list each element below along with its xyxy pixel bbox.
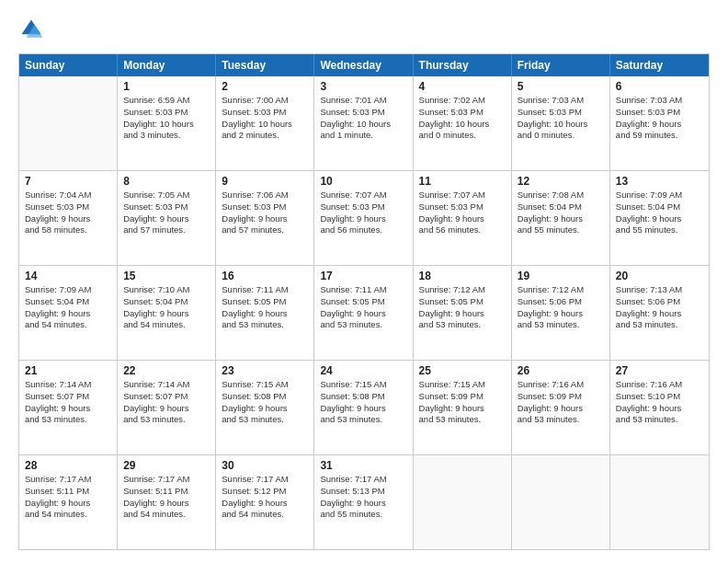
cell-info-line: Sunrise: 7:06 AM	[222, 190, 308, 201]
cell-info-line: and 53 minutes.	[222, 414, 308, 426]
cell-info-line: Sunrise: 7:12 AM	[419, 284, 506, 296]
cell-info-line: Daylight: 10 hours	[419, 119, 506, 131]
cell-info-line: Sunrise: 7:13 AM	[616, 284, 703, 296]
cell-info-line: Sunset: 5:11 PM	[123, 486, 210, 498]
calendar-cell: 8Sunrise: 7:05 AMSunset: 5:03 PMDaylight…	[118, 171, 216, 265]
cell-info-line: Daylight: 9 hours	[25, 498, 111, 510]
cell-info-line: Daylight: 9 hours	[419, 403, 506, 415]
day-number: 16	[222, 270, 308, 282]
calendar-cell: 27Sunrise: 7:16 AMSunset: 5:10 PMDayligh…	[610, 361, 709, 454]
day-number: 14	[25, 270, 111, 282]
cell-info-line: Daylight: 9 hours	[25, 403, 111, 415]
calendar-cell: 10Sunrise: 7:07 AMSunset: 5:03 PMDayligh…	[314, 171, 413, 265]
cell-info-line: Sunset: 5:03 PM	[419, 107, 506, 119]
day-number: 31	[320, 459, 406, 472]
cell-info-line: and 53 minutes.	[616, 319, 703, 331]
cell-info-line: Sunrise: 7:12 AM	[518, 284, 604, 296]
cell-info-line: Sunset: 5:03 PM	[616, 107, 703, 119]
calendar-cell: 26Sunrise: 7:16 AMSunset: 5:09 PMDayligh…	[512, 361, 610, 454]
calendar-cell: 11Sunrise: 7:07 AMSunset: 5:03 PMDayligh…	[414, 171, 512, 265]
cell-info-line: and 53 minutes.	[25, 414, 111, 426]
cell-info-line: and 0 minutes.	[518, 130, 604, 142]
cell-info-line: Sunset: 5:11 PM	[25, 486, 111, 498]
cell-info-line: and 55 minutes.	[518, 224, 604, 236]
cell-info-line: Sunrise: 7:16 AM	[616, 379, 703, 391]
cell-info-line: Sunset: 5:09 PM	[518, 391, 604, 403]
cell-info-line: and 53 minutes.	[518, 414, 604, 426]
cell-info-line: Sunrise: 7:03 AM	[616, 95, 703, 107]
calendar-cell: 19Sunrise: 7:12 AMSunset: 5:06 PMDayligh…	[512, 266, 610, 360]
weekday-header: Friday	[512, 54, 610, 76]
cell-info-line: Sunset: 5:12 PM	[222, 486, 308, 498]
cell-info-line: and 54 minutes.	[222, 509, 308, 521]
cell-info-line: Sunset: 5:03 PM	[518, 107, 604, 119]
day-number: 29	[123, 459, 210, 472]
day-number: 17	[320, 270, 406, 282]
cell-info-line: Daylight: 9 hours	[518, 308, 604, 320]
cell-info-line: Daylight: 9 hours	[320, 213, 406, 225]
cell-info-line: Sunset: 5:08 PM	[222, 391, 308, 403]
cell-info-line: Sunrise: 7:09 AM	[25, 284, 111, 296]
calendar-cell: 3Sunrise: 7:01 AMSunset: 5:03 PMDaylight…	[314, 76, 413, 170]
cell-info-line: and 58 minutes.	[25, 224, 111, 236]
cell-info-line: Daylight: 9 hours	[419, 308, 506, 320]
cell-info-line: Sunrise: 7:04 AM	[25, 190, 111, 201]
logo	[18, 17, 48, 42]
day-number: 22	[123, 364, 210, 377]
calendar-cell: 16Sunrise: 7:11 AMSunset: 5:05 PMDayligh…	[216, 266, 314, 360]
calendar-cell: 14Sunrise: 7:09 AMSunset: 5:04 PMDayligh…	[19, 266, 118, 360]
cell-info-line: and 55 minutes.	[616, 224, 703, 236]
cell-info-line: Daylight: 9 hours	[222, 308, 308, 320]
cell-info-line: Daylight: 9 hours	[518, 213, 604, 225]
day-number: 8	[123, 175, 210, 188]
calendar-cell: 2Sunrise: 7:00 AMSunset: 5:03 PMDaylight…	[216, 76, 314, 170]
day-number: 12	[518, 175, 604, 188]
cell-info-line: Sunrise: 7:07 AM	[320, 190, 406, 201]
cell-info-line: Sunset: 5:03 PM	[123, 201, 210, 213]
cell-info-line: Sunrise: 7:09 AM	[616, 190, 703, 201]
cell-info-line: Daylight: 9 hours	[616, 119, 703, 131]
calendar-cell: 23Sunrise: 7:15 AMSunset: 5:08 PMDayligh…	[216, 361, 314, 454]
calendar: SundayMondayTuesdayWednesdayThursdayFrid…	[18, 53, 710, 550]
weekday-header: Thursday	[414, 54, 512, 76]
day-number: 20	[616, 270, 703, 282]
cell-info-line: and 59 minutes.	[616, 130, 703, 142]
calendar-cell	[512, 455, 610, 549]
day-number: 26	[518, 364, 604, 377]
cell-info-line: Daylight: 10 hours	[222, 119, 308, 131]
weekday-header: Wednesday	[314, 54, 413, 76]
calendar-cell: 29Sunrise: 7:17 AMSunset: 5:11 PMDayligh…	[118, 455, 216, 549]
cell-info-line: and 55 minutes.	[320, 509, 406, 521]
cell-info-line: Sunset: 5:03 PM	[320, 201, 406, 213]
cell-info-line: Daylight: 9 hours	[616, 403, 703, 415]
cell-info-line: Sunrise: 7:11 AM	[222, 284, 308, 296]
cell-info-line: Sunrise: 7:15 AM	[320, 379, 406, 391]
calendar-cell: 22Sunrise: 7:14 AMSunset: 5:07 PMDayligh…	[118, 361, 216, 454]
day-number: 11	[419, 175, 506, 188]
calendar-cell: 24Sunrise: 7:15 AMSunset: 5:08 PMDayligh…	[314, 361, 413, 454]
cell-info-line: Daylight: 9 hours	[123, 403, 210, 415]
cell-info-line: Daylight: 9 hours	[123, 213, 210, 225]
cell-info-line: Daylight: 10 hours	[518, 119, 604, 131]
cell-info-line: Sunset: 5:04 PM	[616, 201, 703, 213]
calendar-cell	[19, 76, 118, 170]
cell-info-line: Sunrise: 7:17 AM	[320, 474, 406, 486]
cell-info-line: Sunset: 5:03 PM	[419, 201, 506, 213]
cell-info-line: Sunrise: 6:59 AM	[123, 95, 210, 107]
cell-info-line: Sunrise: 7:17 AM	[222, 474, 308, 486]
cell-info-line: and 54 minutes.	[25, 509, 111, 521]
cell-info-line: and 54 minutes.	[123, 319, 210, 331]
cell-info-line: and 53 minutes.	[320, 414, 406, 426]
cell-info-line: Sunset: 5:04 PM	[123, 296, 210, 308]
cell-info-line: Sunrise: 7:05 AM	[123, 190, 210, 201]
calendar-cell: 18Sunrise: 7:12 AMSunset: 5:05 PMDayligh…	[414, 266, 512, 360]
cell-info-line: Daylight: 9 hours	[25, 213, 111, 225]
cell-info-line: and 57 minutes.	[123, 224, 210, 236]
cell-info-line: Sunset: 5:08 PM	[320, 391, 406, 403]
cell-info-line: and 1 minute.	[320, 130, 406, 142]
cell-info-line: and 53 minutes.	[419, 319, 506, 331]
weekday-header: Monday	[118, 54, 216, 76]
page: SundayMondayTuesdayWednesdayThursdayFrid…	[0, 0, 728, 563]
day-number: 23	[222, 364, 308, 377]
cell-info-line: Daylight: 9 hours	[616, 213, 703, 225]
